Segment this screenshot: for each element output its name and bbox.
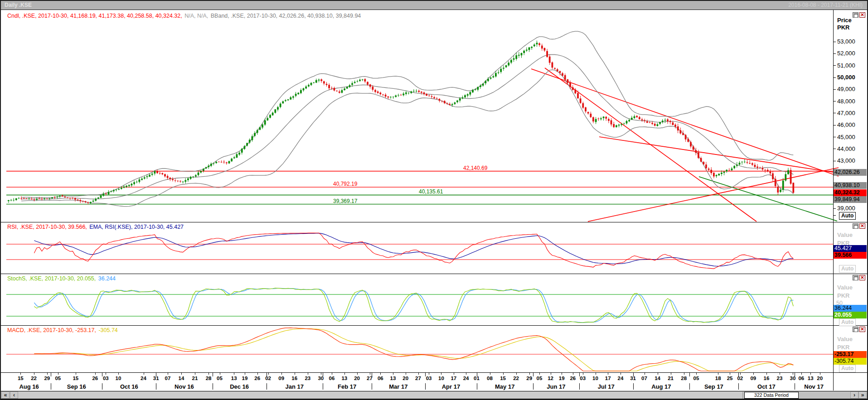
main-legend[interactable]: Cndl, .KSE, 2017-10-30, 41,168.19, 41,17… [7, 13, 362, 19]
day-label: 09 [750, 376, 756, 381]
day-label: 05 [55, 376, 61, 381]
scroll-next-button[interactable]: › [850, 391, 858, 399]
legend-segment[interactable]: StochS, .KSE, 2017-10-30, 20.055, [7, 275, 96, 282]
price-tick-label: 46,000 [837, 121, 855, 128]
month-label: Mar 17 [389, 383, 407, 390]
main-panel-icons: ✕ [853, 12, 865, 18]
week-tick [596, 372, 596, 375]
stoch-auto-button[interactable]: Auto [839, 318, 856, 326]
price-axis-auto-button[interactable]: Auto [839, 212, 856, 220]
legend-segment[interactable]: N/A, N/A, [183, 13, 209, 19]
panel-separator[interactable] [1, 325, 867, 326]
day-label: 27 [415, 376, 421, 381]
price-tick-label: 53,000 [837, 38, 855, 45]
week-tick [810, 372, 811, 375]
day-label: 26 [570, 376, 576, 381]
week-tick [308, 372, 308, 375]
day-label: 06 [329, 376, 335, 381]
restore-icon[interactable] [853, 327, 858, 332]
week-tick [106, 372, 106, 375]
price-badge: 40,324.32 [834, 189, 867, 196]
price-badge: 42,026.26 [834, 169, 867, 176]
panel-separator[interactable] [1, 274, 867, 274]
month-label: May 17 [495, 383, 514, 390]
day-label: 18 [715, 376, 721, 381]
legend-segment[interactable]: BBand, .KSE, 2017-10-30, 42,026.26, 40,9… [209, 13, 361, 19]
panel-separator[interactable] [1, 222, 867, 222]
price-axis-title: Price [837, 17, 852, 24]
price-tick-label: 47,000 [837, 110, 855, 116]
day-label: 25 [727, 376, 733, 381]
price-tick [834, 137, 836, 137]
stoch-axis-unit-label: PKR [837, 292, 849, 299]
day-label: 15 [73, 376, 78, 381]
price-tick-label: 49,000 [837, 86, 855, 92]
scroll-last-button[interactable]: » [858, 391, 867, 399]
day-label: 22 [513, 376, 519, 381]
week-tick [220, 372, 220, 375]
scroll-prev-button[interactable]: ‹ [10, 391, 18, 399]
restore-icon[interactable] [853, 223, 858, 229]
day-label: 03 [426, 376, 432, 381]
week-tick [156, 372, 156, 375]
day-label: 19 [242, 376, 248, 381]
time-scrollbar[interactable]: « ‹ 322 Data Period › » [1, 391, 867, 399]
day-label: 13 [390, 376, 396, 381]
week-tick [608, 372, 608, 375]
week-tick [730, 372, 730, 375]
legend-segment[interactable]: EMA, RSI(.KSE), 2017-10-30, 45.427 [88, 224, 184, 230]
day-label: 29 [526, 376, 532, 381]
week-tick [332, 372, 332, 375]
week-tick [393, 372, 393, 375]
legend-segment[interactable]: 36.244 [97, 275, 116, 282]
restore-icon[interactable] [853, 12, 858, 18]
week-tick [370, 372, 370, 375]
close-icon[interactable]: ✕ [859, 327, 865, 332]
week-tick [118, 372, 119, 375]
chart-plot-area[interactable] [1, 1, 844, 390]
restore-icon[interactable] [853, 275, 858, 280]
price-tick-label: 43,000 [837, 157, 855, 164]
legend-segment[interactable]: -305.74 [97, 327, 118, 333]
level-line-label: 39,369.17 [333, 198, 357, 204]
macd-legend[interactable]: MACD, .KSE, 2017-10-30, -253.17, -305.74 [7, 327, 119, 333]
indicator-badge: 20.055 [834, 312, 867, 318]
month-separator [372, 383, 372, 390]
month-separator [51, 383, 51, 390]
day-label: 31 [153, 376, 159, 381]
month-separator [267, 383, 267, 390]
day-label: 13 [808, 376, 814, 381]
week-tick [477, 372, 477, 375]
close-icon[interactable]: ✕ [859, 275, 865, 280]
week-tick [20, 372, 21, 375]
scrollbar-thumb[interactable] [18, 392, 743, 399]
data-period-label: 322 Data Period [744, 392, 799, 399]
macd-auto-button[interactable]: Auto [839, 365, 856, 372]
close-icon[interactable]: ✕ [859, 223, 865, 229]
indicator-badge: 45.427 [834, 245, 867, 252]
legend-segment[interactable]: MACD, .KSE, 2017-10-30, -253.17, [7, 327, 96, 333]
price-tick-label: 45,000 [837, 134, 855, 140]
week-tick [257, 372, 258, 375]
legend-segment[interactable]: RSI, .KSE, 2017-10-30, 39.566, [7, 224, 87, 230]
week-tick [551, 372, 551, 375]
week-tick [406, 372, 406, 375]
legend-segment[interactable]: Cndl, .KSE, 2017-10-30, 41,168.19, 41,17… [7, 13, 182, 19]
close-icon[interactable]: ✕ [859, 12, 865, 18]
day-label: 05 [693, 376, 699, 381]
rsi-auto-button[interactable]: Auto [839, 265, 856, 273]
level-line-label: 40,135.61 [419, 188, 443, 195]
indicator-badge: 39.566 [834, 252, 867, 259]
rsi-axis-value-label: Value [837, 231, 853, 238]
day-label: 16 [291, 376, 297, 381]
month-separator [689, 383, 690, 390]
indicator-badge: 36.244 [834, 305, 867, 312]
price-tick [834, 42, 836, 42]
week-tick [793, 372, 793, 375]
price-axis-unit: PKR [837, 24, 849, 31]
scroll-first-button[interactable]: « [1, 391, 10, 399]
day-label: 15 [500, 376, 506, 381]
rsi-legend[interactable]: RSI, .KSE, 2017-10-30, 39.566, EMA, RSI(… [7, 224, 184, 230]
stoch-legend[interactable]: StochS, .KSE, 2017-10-30, 20.055, 36.244 [7, 275, 116, 282]
week-tick [357, 372, 358, 375]
